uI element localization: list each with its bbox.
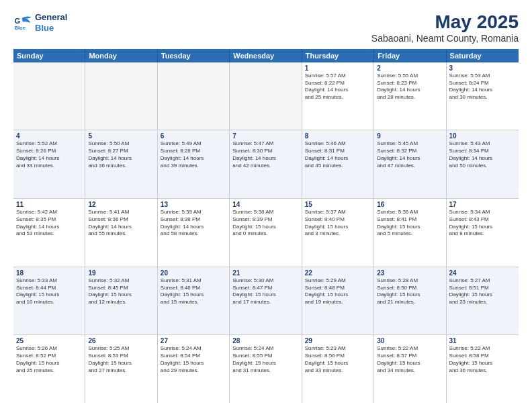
cal-cell-1-2: 6Sunrise: 5:49 AM Sunset: 8:28 PM Daylig… — [158, 130, 230, 198]
cal-cell-2-5: 16Sunrise: 5:36 AM Sunset: 8:41 PM Dayli… — [374, 199, 446, 267]
cal-cell-3-5: 23Sunrise: 5:28 AM Sunset: 8:50 PM Dayli… — [374, 267, 446, 335]
cell-info: Sunrise: 5:23 AM Sunset: 8:56 PM Dayligh… — [305, 345, 371, 374]
cal-cell-2-1: 12Sunrise: 5:41 AM Sunset: 8:36 PM Dayli… — [85, 199, 157, 267]
header-day-friday: Friday — [374, 49, 446, 62]
calendar: SundayMondayTuesdayWednesdayThursdayFrid… — [13, 49, 519, 403]
header-day-tuesday: Tuesday — [158, 49, 230, 62]
day-number: 7 — [232, 132, 298, 140]
day-number: 18 — [16, 269, 82, 277]
cell-info: Sunrise: 5:57 AM Sunset: 8:22 PM Dayligh… — [305, 73, 371, 101]
cal-cell-0-6: 3Sunrise: 5:53 AM Sunset: 8:24 PM Daylig… — [447, 62, 519, 130]
cal-cell-3-4: 22Sunrise: 5:29 AM Sunset: 8:48 PM Dayli… — [302, 267, 374, 335]
cal-cell-4-0: 25Sunrise: 5:26 AM Sunset: 8:52 PM Dayli… — [13, 335, 85, 403]
title-block: May 2025 Sabaoani, Neamt County, Romania — [371, 12, 519, 44]
day-number: 22 — [305, 269, 371, 277]
day-number: 2 — [377, 64, 443, 72]
cell-info: Sunrise: 5:31 AM Sunset: 8:46 PM Dayligh… — [161, 277, 226, 306]
day-number: 8 — [305, 132, 371, 140]
day-number: 28 — [232, 337, 298, 345]
day-number: 14 — [232, 201, 298, 208]
cell-info: Sunrise: 5:42 AM Sunset: 8:35 PM Dayligh… — [16, 209, 82, 238]
cal-cell-3-3: 21Sunrise: 5:30 AM Sunset: 8:47 PM Dayli… — [230, 267, 302, 335]
day-number: 23 — [377, 269, 443, 277]
day-number: 21 — [232, 269, 298, 277]
cal-cell-1-4: 8Sunrise: 5:46 AM Sunset: 8:31 PM Daylig… — [302, 130, 374, 198]
svg-text:G: G — [14, 17, 20, 25]
logo-text: General Blue — [35, 12, 67, 33]
day-number: 15 — [305, 201, 371, 208]
cal-cell-0-3 — [230, 62, 302, 130]
cal-cell-4-5: 30Sunrise: 5:22 AM Sunset: 8:57 PM Dayli… — [374, 335, 446, 403]
cal-cell-2-4: 15Sunrise: 5:37 AM Sunset: 8:40 PM Dayli… — [302, 199, 374, 267]
cal-cell-2-3: 14Sunrise: 5:38 AM Sunset: 8:39 PM Dayli… — [230, 199, 302, 267]
main-title: May 2025 — [371, 12, 519, 33]
cell-info: Sunrise: 5:22 AM Sunset: 8:58 PM Dayligh… — [449, 345, 516, 374]
cell-info: Sunrise: 5:26 AM Sunset: 8:52 PM Dayligh… — [16, 345, 82, 374]
day-number: 1 — [305, 64, 371, 72]
cell-info: Sunrise: 5:52 AM Sunset: 8:26 PM Dayligh… — [16, 140, 82, 169]
cal-cell-3-1: 19Sunrise: 5:32 AM Sunset: 8:45 PM Dayli… — [85, 267, 157, 335]
cal-cell-4-1: 26Sunrise: 5:25 AM Sunset: 8:53 PM Dayli… — [85, 335, 157, 403]
logo-line2: Blue — [35, 23, 67, 34]
cal-cell-1-6: 10Sunrise: 5:43 AM Sunset: 8:34 PM Dayli… — [447, 130, 519, 198]
cal-cell-1-0: 4Sunrise: 5:52 AM Sunset: 8:26 PM Daylig… — [13, 130, 85, 198]
cell-info: Sunrise: 5:43 AM Sunset: 8:34 PM Dayligh… — [449, 140, 516, 169]
cal-cell-1-5: 9Sunrise: 5:45 AM Sunset: 8:32 PM Daylig… — [374, 130, 446, 198]
header-day-wednesday: Wednesday — [230, 49, 302, 62]
cal-cell-0-1 — [85, 62, 157, 130]
cell-info: Sunrise: 5:53 AM Sunset: 8:24 PM Dayligh… — [449, 73, 516, 101]
day-number: 31 — [449, 337, 516, 345]
header-day-sunday: Sunday — [13, 49, 85, 62]
day-number: 10 — [449, 132, 516, 140]
day-number: 16 — [377, 201, 443, 208]
cell-info: Sunrise: 5:29 AM Sunset: 8:48 PM Dayligh… — [305, 277, 371, 306]
cell-info: Sunrise: 5:32 AM Sunset: 8:45 PM Dayligh… — [88, 277, 154, 306]
cell-info: Sunrise: 5:46 AM Sunset: 8:31 PM Dayligh… — [305, 140, 371, 169]
logo-icon: G Blue — [13, 13, 32, 32]
cal-cell-2-0: 11Sunrise: 5:42 AM Sunset: 8:35 PM Dayli… — [13, 199, 85, 267]
day-number: 24 — [449, 269, 516, 277]
page: G Blue General Blue May 2025 Sabaoani, N… — [0, 0, 532, 411]
day-number: 27 — [161, 337, 226, 345]
header-day-thursday: Thursday — [302, 49, 374, 62]
day-number: 13 — [161, 201, 226, 208]
cell-info: Sunrise: 5:24 AM Sunset: 8:54 PM Dayligh… — [161, 345, 226, 374]
cal-cell-0-4: 1Sunrise: 5:57 AM Sunset: 8:22 PM Daylig… — [302, 62, 374, 130]
header: G Blue General Blue May 2025 Sabaoani, N… — [13, 12, 519, 44]
cal-cell-4-3: 28Sunrise: 5:24 AM Sunset: 8:55 PM Dayli… — [230, 335, 302, 403]
day-number: 26 — [88, 337, 154, 345]
cal-cell-0-5: 2Sunrise: 5:55 AM Sunset: 8:23 PM Daylig… — [374, 62, 446, 130]
cal-cell-2-2: 13Sunrise: 5:39 AM Sunset: 8:38 PM Dayli… — [158, 199, 230, 267]
cell-info: Sunrise: 5:39 AM Sunset: 8:38 PM Dayligh… — [161, 209, 226, 238]
day-number: 17 — [449, 201, 516, 208]
cell-info: Sunrise: 5:27 AM Sunset: 8:51 PM Dayligh… — [449, 277, 516, 306]
cell-info: Sunrise: 5:30 AM Sunset: 8:47 PM Dayligh… — [232, 277, 298, 306]
cal-cell-2-6: 17Sunrise: 5:34 AM Sunset: 8:43 PM Dayli… — [447, 199, 519, 267]
cal-cell-4-4: 29Sunrise: 5:23 AM Sunset: 8:56 PM Dayli… — [302, 335, 374, 403]
day-number: 3 — [449, 64, 516, 72]
day-number: 20 — [161, 269, 226, 277]
day-number: 6 — [161, 132, 226, 140]
cal-cell-4-2: 27Sunrise: 5:24 AM Sunset: 8:54 PM Dayli… — [158, 335, 230, 403]
cell-info: Sunrise: 5:47 AM Sunset: 8:30 PM Dayligh… — [232, 140, 298, 169]
logo: G Blue General Blue — [13, 12, 67, 33]
cell-info: Sunrise: 5:36 AM Sunset: 8:41 PM Dayligh… — [377, 209, 443, 238]
cell-info: Sunrise: 5:50 AM Sunset: 8:27 PM Dayligh… — [88, 140, 154, 169]
calendar-body: 1Sunrise: 5:57 AM Sunset: 8:22 PM Daylig… — [13, 62, 519, 403]
calendar-header: SundayMondayTuesdayWednesdayThursdayFrid… — [13, 49, 519, 62]
day-number: 25 — [16, 337, 82, 345]
day-number: 11 — [16, 201, 82, 208]
cell-info: Sunrise: 5:49 AM Sunset: 8:28 PM Dayligh… — [161, 140, 226, 169]
day-number: 30 — [377, 337, 443, 345]
calendar-row-0: 1Sunrise: 5:57 AM Sunset: 8:22 PM Daylig… — [13, 62, 519, 131]
day-number: 5 — [88, 132, 154, 140]
calendar-row-1: 4Sunrise: 5:52 AM Sunset: 8:26 PM Daylig… — [13, 130, 519, 199]
svg-text:Blue: Blue — [14, 24, 26, 30]
cal-cell-3-0: 18Sunrise: 5:33 AM Sunset: 8:44 PM Dayli… — [13, 267, 85, 335]
logo-line1: General — [35, 12, 67, 23]
cell-info: Sunrise: 5:38 AM Sunset: 8:39 PM Dayligh… — [232, 209, 298, 238]
cell-info: Sunrise: 5:24 AM Sunset: 8:55 PM Dayligh… — [232, 345, 298, 374]
cell-info: Sunrise: 5:22 AM Sunset: 8:57 PM Dayligh… — [377, 345, 443, 374]
cal-cell-1-1: 5Sunrise: 5:50 AM Sunset: 8:27 PM Daylig… — [85, 130, 157, 198]
day-number: 9 — [377, 132, 443, 140]
